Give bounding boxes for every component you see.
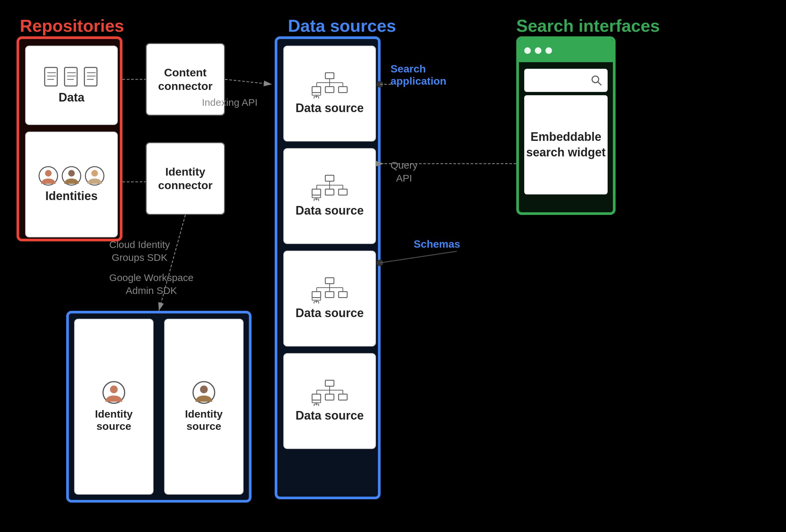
doc-icon-3 bbox=[83, 66, 100, 87]
tree-icon-4 bbox=[311, 380, 348, 406]
svg-line-90 bbox=[380, 251, 457, 263]
data-source-3-label: Data source bbox=[296, 306, 364, 320]
tree-icon-3 bbox=[311, 277, 348, 304]
person-icon-2 bbox=[62, 166, 82, 186]
title-search-interfaces: Search interfaces bbox=[516, 16, 660, 36]
identity-connector-box: Identity connector bbox=[146, 142, 225, 215]
search-application-label: Searchapplication bbox=[391, 63, 446, 87]
identity-source-icon-1 bbox=[102, 381, 125, 404]
identity-source-1: Identitysource bbox=[74, 319, 154, 494]
identity-source-2-label: Identitysource bbox=[185, 408, 223, 433]
svg-point-74 bbox=[592, 76, 599, 83]
svg-rect-46 bbox=[325, 278, 334, 284]
widget-label: Embeddable search widget bbox=[524, 129, 608, 160]
search-interfaces-box: Embeddable search widget bbox=[516, 37, 616, 215]
search-bar-area bbox=[524, 69, 608, 92]
cloud-identity-label: Cloud IdentityGroups SDK bbox=[109, 238, 170, 264]
data-box: Data bbox=[25, 46, 118, 125]
svg-rect-68 bbox=[339, 394, 347, 400]
svg-rect-52 bbox=[312, 292, 321, 297]
identities-label: Identities bbox=[45, 189, 98, 203]
embeddable-widget-area: Embeddable search widget bbox=[524, 95, 608, 194]
identity-source-icon-2 bbox=[192, 381, 215, 404]
search-icon bbox=[591, 74, 602, 86]
svg-rect-26 bbox=[339, 87, 347, 93]
indexing-api-label: Indexing API bbox=[202, 96, 257, 109]
svg-rect-60 bbox=[325, 380, 334, 386]
tree-icon-1 bbox=[311, 72, 348, 99]
si-top-bar bbox=[519, 39, 613, 62]
identity-source-2: Identitysource bbox=[164, 319, 244, 494]
data-sources-box: Data source Data source bbox=[275, 37, 380, 499]
svg-rect-32 bbox=[325, 175, 334, 181]
svg-rect-54 bbox=[339, 292, 347, 297]
svg-rect-24 bbox=[312, 87, 321, 93]
identity-source-1-label: Identitysource bbox=[95, 408, 133, 433]
si-dot-1 bbox=[524, 47, 531, 54]
data-icons bbox=[43, 66, 100, 87]
svg-rect-18 bbox=[325, 73, 334, 79]
si-dot-3 bbox=[546, 47, 552, 54]
svg-rect-8 bbox=[85, 68, 97, 86]
identities-icons bbox=[39, 166, 105, 186]
schemas-label: Schemas bbox=[414, 238, 460, 250]
data-label: Data bbox=[59, 91, 85, 104]
svg-rect-67 bbox=[325, 394, 334, 400]
svg-rect-53 bbox=[325, 292, 334, 297]
doc-icon-1 bbox=[43, 66, 60, 87]
google-workspace-label: Google WorkspaceAdmin SDK bbox=[109, 271, 193, 297]
data-source-1-label: Data source bbox=[296, 101, 364, 115]
svg-rect-40 bbox=[339, 189, 347, 195]
svg-rect-0 bbox=[45, 68, 57, 86]
tree-icon-2 bbox=[311, 175, 348, 201]
svg-point-77 bbox=[110, 386, 117, 393]
svg-point-79 bbox=[200, 386, 208, 393]
svg-rect-39 bbox=[325, 189, 334, 195]
identities-box: Identities bbox=[25, 131, 118, 237]
identity-connector-label: Identity connector bbox=[158, 165, 212, 192]
title-repositories: Repositories bbox=[20, 16, 124, 36]
svg-point-17 bbox=[91, 170, 98, 176]
svg-line-84 bbox=[225, 79, 272, 84]
svg-rect-38 bbox=[312, 189, 321, 195]
title-data-sources: Data sources bbox=[288, 16, 396, 36]
repositories-box: Data bbox=[17, 37, 122, 241]
data-source-1: Data source bbox=[283, 46, 376, 142]
identity-sources-box: Identitysource Identitysource bbox=[66, 311, 252, 503]
svg-rect-4 bbox=[65, 68, 77, 86]
content-connector-label: Content connector bbox=[158, 66, 212, 93]
data-source-4-label: Data source bbox=[296, 409, 364, 422]
diagram-container: Repositories Data sources Search interfa… bbox=[0, 0, 786, 532]
svg-point-13 bbox=[45, 170, 52, 176]
data-source-3: Data source bbox=[283, 251, 376, 346]
svg-point-15 bbox=[68, 170, 75, 176]
doc-icon-2 bbox=[63, 66, 80, 87]
svg-line-75 bbox=[598, 82, 601, 85]
si-dot-2 bbox=[535, 47, 541, 54]
person-icon-1 bbox=[39, 166, 58, 186]
query-api-label: QueryAPI bbox=[391, 159, 418, 185]
svg-rect-66 bbox=[312, 394, 321, 400]
data-source-2-label: Data source bbox=[296, 204, 364, 218]
data-source-2: Data source bbox=[283, 148, 376, 244]
person-icon-3 bbox=[85, 166, 105, 186]
svg-rect-25 bbox=[325, 87, 334, 93]
data-source-4: Data source bbox=[283, 353, 376, 449]
